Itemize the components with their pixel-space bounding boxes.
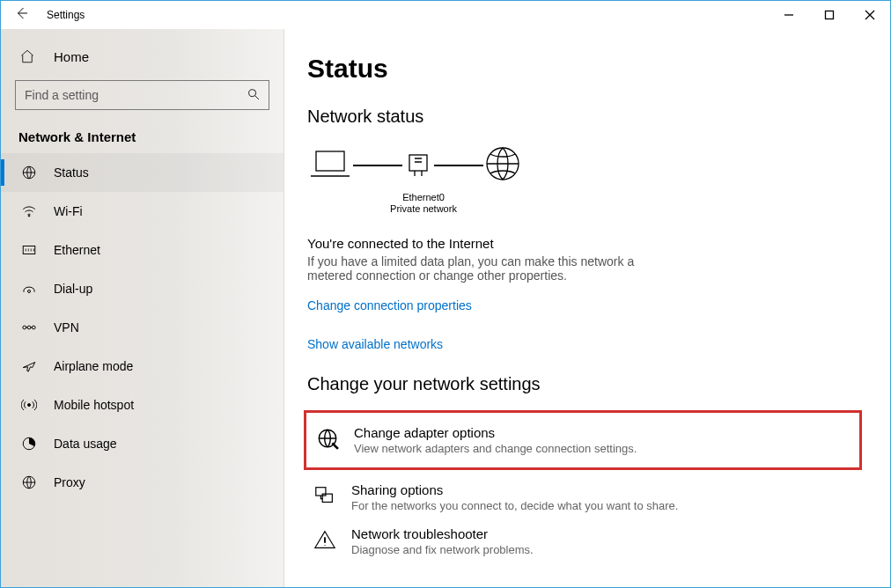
svg-rect-4 [23, 246, 35, 254]
diagram-line [353, 165, 402, 166]
diagram-line [434, 165, 483, 166]
search-icon [247, 87, 261, 105]
option-desc: Diagnose and fix network problems. [351, 543, 534, 556]
titlebar: Settings [1, 1, 890, 29]
sidebar-item-ethernet[interactable]: Ethernet [1, 231, 284, 269]
home-label: Home [54, 49, 89, 64]
svg-point-8 [32, 326, 35, 329]
sidebar-item-label: Proxy [54, 475, 85, 489]
option-desc: For the networks you connect to, decide … [351, 499, 678, 512]
svg-point-6 [23, 326, 26, 329]
laptop-icon [307, 146, 353, 185]
svg-rect-13 [409, 155, 427, 171]
main-content: Status Network status Ethernet0 Private … [284, 29, 890, 587]
sidebar-item-label: Wi-Fi [54, 204, 83, 218]
settings-window: Settings Home N [0, 0, 891, 588]
sidebar-item-vpn[interactable]: VPN [1, 308, 284, 347]
proxy-icon [20, 474, 38, 490]
sidebar-item-wifi[interactable]: Wi-Fi [1, 192, 284, 231]
svg-point-1 [249, 90, 256, 97]
link-change-connection-props[interactable]: Change connection properties [307, 298, 873, 312]
home-icon [18, 48, 36, 64]
sidebar-item-label: VPN [54, 320, 79, 334]
option-change-adapter[interactable]: Change adapter options View network adap… [310, 418, 856, 462]
option-sharing[interactable]: Sharing options For the networks you con… [307, 475, 873, 519]
sidebar-item-datausage[interactable]: Data usage [1, 424, 284, 463]
sidebar-item-status[interactable]: Status [1, 153, 284, 192]
router-icon [402, 148, 434, 183]
option-desc: View network adapters and change connect… [354, 442, 637, 455]
page-title: Status [307, 54, 873, 84]
sidebar: Home Network & Internet Status Wi-Fi [1, 29, 284, 587]
dialup-icon [20, 281, 38, 297]
sidebar-item-proxy[interactable]: Proxy [1, 463, 284, 502]
close-button[interactable] [850, 1, 890, 29]
wifi-icon [20, 203, 38, 219]
search-container [15, 80, 269, 110]
adapter-options-icon [315, 425, 340, 450]
section-title: Network & Internet [1, 129, 284, 153]
search-input[interactable] [15, 80, 269, 110]
home-link[interactable]: Home [1, 48, 284, 80]
option-title: Network troubleshooter [351, 526, 534, 541]
sidebar-item-airplane[interactable]: Airplane mode [1, 347, 284, 386]
airplane-icon [20, 358, 38, 374]
ethernet-icon [20, 242, 38, 258]
minimize-button[interactable] [769, 1, 809, 29]
svg-point-5 [28, 290, 31, 293]
option-troubleshooter[interactable]: Network troubleshooter Diagnose and fix … [307, 519, 873, 563]
sidebar-item-label: Airplane mode [54, 359, 133, 373]
vpn-icon [20, 320, 38, 334]
minimize-icon [784, 10, 794, 20]
globe-icon [20, 165, 38, 180]
svg-point-7 [27, 326, 31, 329]
svg-point-9 [28, 404, 31, 407]
svg-point-3 [28, 216, 30, 217]
sidebar-item-label: Mobile hotspot [54, 398, 134, 412]
close-icon [865, 10, 875, 20]
change-settings-heading: Change your network settings [307, 374, 873, 394]
sidebar-item-label: Status [54, 165, 89, 180]
maximize-button[interactable] [809, 1, 850, 29]
connected-title: You're connected to the Internet [307, 236, 873, 251]
network-diagram [307, 144, 873, 187]
highlight-box: Change adapter options View network adap… [304, 410, 862, 470]
svg-rect-0 [826, 11, 834, 19]
status-heading: Network status [307, 107, 873, 127]
connected-desc: If you have a limited data plan, you can… [307, 254, 677, 283]
warning-triangle-icon [313, 526, 337, 551]
sidebar-item-label: Data usage [54, 437, 117, 451]
sharing-icon [313, 482, 337, 507]
arrow-left-icon [14, 5, 30, 21]
adapter-label: Ethernet0 Private network [371, 192, 476, 215]
globe-large-icon [483, 144, 522, 187]
back-button[interactable] [1, 5, 43, 25]
adapter-profile: Private network [371, 203, 476, 215]
svg-rect-12 [316, 151, 344, 171]
sidebar-item-label: Dial-up [54, 282, 92, 296]
link-show-available-networks[interactable]: Show available networks [307, 337, 873, 351]
option-title: Change adapter options [354, 425, 637, 440]
window-title: Settings [43, 9, 85, 21]
data-usage-icon [20, 436, 38, 452]
maximize-icon [824, 10, 835, 20]
sidebar-item-label: Ethernet [54, 243, 100, 257]
option-title: Sharing options [351, 482, 678, 497]
sidebar-item-dialup[interactable]: Dial-up [1, 269, 284, 308]
adapter-name: Ethernet0 [371, 192, 476, 203]
sidebar-item-hotspot[interactable]: Mobile hotspot [1, 386, 284, 424]
hotspot-icon [20, 397, 38, 413]
